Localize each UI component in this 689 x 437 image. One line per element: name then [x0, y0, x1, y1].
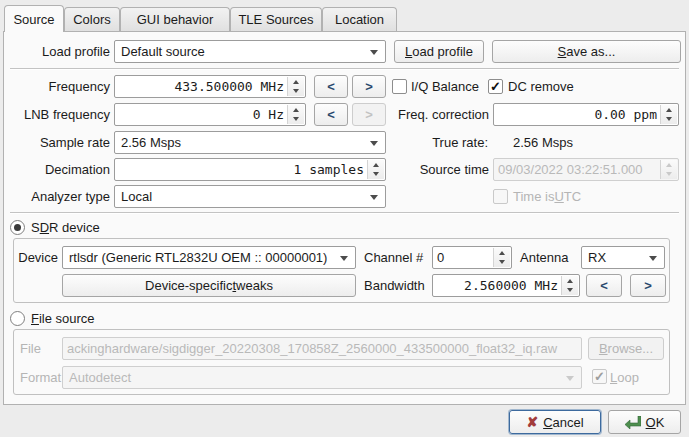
sdr-device-radio[interactable]	[10, 220, 25, 235]
lnb-frequency-spinbox[interactable]: 0 Hz	[114, 103, 306, 126]
check-icon: ✓	[490, 80, 501, 93]
iq-balance-checkbox[interactable]	[392, 79, 407, 94]
antenna-label: Antenna	[520, 246, 568, 269]
load-profile-button[interactable]: Load profile	[394, 40, 484, 63]
analyzer-type-combo[interactable]: Local	[114, 185, 386, 208]
cancel-button[interactable]: ✘ Cancel	[509, 410, 601, 434]
dropdown-arrow-icon	[370, 50, 378, 55]
tab-colors-label: Colors	[73, 12, 111, 27]
bandwidth-label: Bandwidth	[364, 274, 425, 297]
source-time-field: 09/03/2022 03:22:51.000	[493, 158, 679, 181]
freq-correction-spinbox[interactable]: 0.00 ppm	[493, 103, 679, 126]
file-path-value: ackinghardware/sigdigger_20220308_170858…	[63, 341, 581, 356]
freq-correction-value: 0.00 ppm	[494, 107, 661, 122]
chevron-up-icon[interactable]	[661, 105, 677, 115]
chevron-up-icon[interactable]	[368, 160, 384, 170]
chevron-down-icon	[661, 170, 677, 180]
channel-spinbox[interactable]: 0	[432, 246, 512, 269]
format-combo: Autodetect	[62, 366, 582, 389]
device-specific-tweaks-button[interactable]: Device-specific tweaks	[62, 274, 356, 297]
tab-location[interactable]: Location	[322, 7, 397, 31]
decimation-label: Decimation	[8, 158, 110, 181]
sample-rate-label: Sample rate	[8, 131, 110, 154]
tab-gui-behavior-label: GUI behavior	[137, 12, 214, 27]
chevron-up-icon	[661, 160, 677, 170]
bandwidth-spinbox[interactable]: 2.560000 MHz	[432, 274, 580, 297]
sdr-device-radio-label: SDR device	[31, 216, 100, 239]
chevron-down-icon[interactable]	[288, 87, 304, 97]
save-as-button[interactable]: Save as...	[492, 40, 681, 63]
tab-location-label: Location	[335, 12, 384, 27]
channel-spinner[interactable]	[493, 248, 510, 267]
file-source-radio[interactable]	[10, 311, 25, 326]
frequency-value: 433.500000 MHz	[115, 79, 288, 94]
frequency-spinbox[interactable]: 433.500000 MHz	[114, 75, 306, 98]
analyzer-type-label: Analyzer type	[8, 185, 110, 208]
tab-tle-sources[interactable]: TLE Sources	[230, 7, 322, 31]
ok-button-label: OK	[646, 415, 665, 430]
iq-balance-label: I/Q Balance	[411, 75, 479, 98]
settings-dialog: Source Colors GUI behavior TLE Sources L…	[0, 0, 689, 437]
sample-rate-combo[interactable]: 2.56 Msps	[114, 131, 386, 154]
source-time-spinner	[660, 160, 677, 179]
format-label: Format	[20, 366, 61, 389]
chevron-down-icon[interactable]	[288, 115, 304, 125]
tab-source-label: Source	[13, 12, 54, 27]
chevron-down-icon[interactable]	[494, 258, 510, 268]
separator	[10, 212, 679, 213]
decimation-value: 1 samples	[115, 162, 368, 177]
channel-label: Channel #	[364, 246, 423, 269]
bandwidth-step-up-button[interactable]: >	[630, 274, 666, 297]
frequency-spinner[interactable]	[287, 77, 304, 96]
chevron-down-icon[interactable]	[368, 170, 384, 180]
lnb-step-down-button[interactable]: <	[314, 103, 348, 126]
tab-colors[interactable]: Colors	[64, 7, 120, 31]
frequency-step-down-button[interactable]: <	[314, 75, 348, 98]
chevron-up-icon[interactable]	[288, 77, 304, 87]
decimation-spinbox[interactable]: 1 samples	[114, 158, 386, 181]
true-rate-label: True rate:	[400, 131, 488, 154]
chevron-up-icon[interactable]	[562, 276, 578, 286]
chevron-down-icon[interactable]	[661, 115, 677, 125]
bandwidth-value: 2.560000 MHz	[433, 278, 562, 293]
format-combo-value: Autodetect	[69, 370, 131, 385]
freq-correction-spinner[interactable]	[660, 105, 677, 124]
dc-remove-label: DC remove	[508, 75, 574, 98]
decimation-spinner[interactable]	[367, 160, 384, 179]
device-combo[interactable]: rtlsdr (Generic RTL2832U OEM :: 00000001…	[62, 246, 356, 269]
profile-combo[interactable]: Default source	[114, 40, 386, 63]
dropdown-arrow-icon	[649, 256, 657, 261]
ok-button[interactable]: OK	[608, 410, 681, 434]
file-source-radio-label: File source	[31, 307, 95, 330]
dc-remove-checkbox[interactable]: ✓	[488, 79, 503, 94]
bandwidth-step-down-button[interactable]: <	[586, 274, 622, 297]
time-is-utc-checkbox	[493, 189, 508, 204]
frequency-label: Frequency	[8, 75, 110, 98]
device-label: Device	[14, 246, 58, 269]
bandwidth-spinner[interactable]	[561, 276, 578, 295]
file-label: File	[20, 337, 41, 360]
source-time-value: 09/03/2022 03:22:51.000	[494, 162, 661, 177]
lnb-spinner[interactable]	[287, 105, 304, 124]
sample-rate-value: 2.56 Msps	[121, 135, 181, 150]
antenna-combo-value: RX	[588, 250, 606, 265]
browse-button: Browse...	[588, 337, 664, 360]
load-profile-label: Load profile	[8, 40, 110, 63]
chevron-up-icon[interactable]	[288, 105, 304, 115]
chevron-up-icon[interactable]	[494, 248, 510, 258]
dropdown-arrow-icon	[370, 141, 378, 146]
lnb-frequency-label: LNB frequency	[8, 103, 110, 126]
true-rate-value: 2.56 Msps	[513, 131, 573, 154]
tab-source[interactable]: Source	[4, 5, 64, 32]
chevron-down-icon[interactable]	[562, 286, 578, 296]
tab-gui-behavior[interactable]: GUI behavior	[120, 7, 230, 31]
cancel-button-label: Cancel	[543, 415, 583, 430]
source-time-label: Source time	[390, 158, 489, 181]
tab-tle-sources-label: TLE Sources	[238, 12, 313, 27]
loop-label: Loop	[610, 366, 639, 389]
ok-enter-arrow-icon	[625, 416, 641, 429]
frequency-step-up-button[interactable]: >	[352, 75, 386, 98]
analyzer-type-value: Local	[121, 189, 152, 204]
freq-correction-label: Freq. correction	[390, 103, 489, 126]
antenna-combo[interactable]: RX	[581, 246, 665, 269]
